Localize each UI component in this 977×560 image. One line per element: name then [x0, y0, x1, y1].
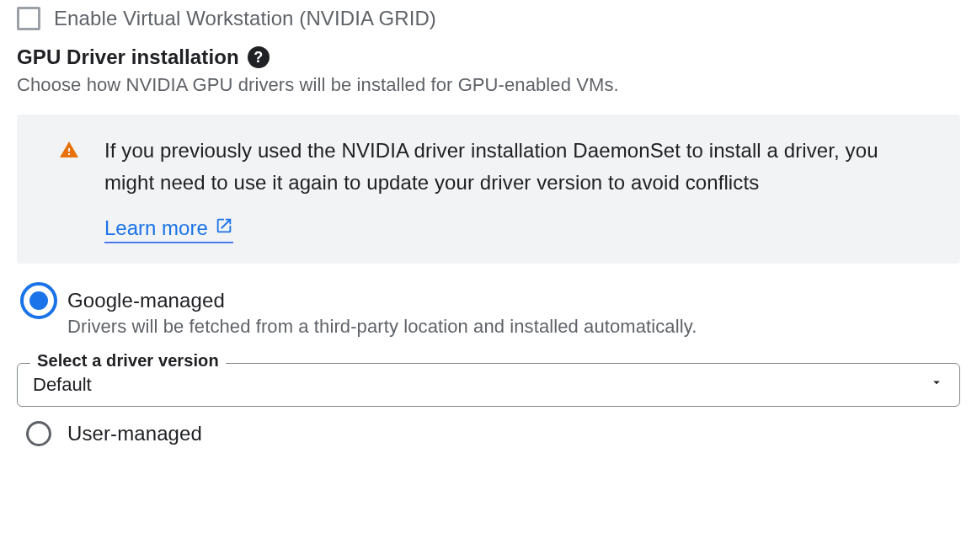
chevron-down-icon — [929, 375, 944, 394]
help-icon[interactable]: ? — [248, 46, 270, 68]
enable-virtual-workstation-label: Enable Virtual Workstation (NVIDIA GRID) — [54, 7, 436, 30]
warning-text: If you previously used the NVIDIA driver… — [104, 135, 920, 200]
radio-google-managed-label: Google-managed — [67, 289, 960, 312]
radio-user-managed-content: User-managed — [67, 422, 960, 449]
radio-user-managed[interactable] — [20, 415, 57, 452]
radio-google-managed[interactable] — [20, 282, 57, 319]
section-title: GPU Driver installation — [17, 45, 239, 69]
warning-content: If you previously used the NVIDIA driver… — [104, 135, 937, 243]
driver-version-select-label: Select a driver version — [30, 351, 226, 371]
radio-google-managed-description: Drivers will be fetched from a third-par… — [67, 316, 960, 338]
warning-icon-wrap — [40, 135, 79, 243]
radio-user-managed-label: User-managed — [67, 422, 960, 445]
radio-google-managed-content: Google-managed Drivers will be fetched f… — [67, 289, 960, 338]
radio-user-managed-row: User-managed — [17, 422, 960, 452]
section-title-row: GPU Driver installation ? — [17, 45, 960, 69]
warning-box: If you previously used the NVIDIA driver… — [17, 115, 960, 264]
enable-virtual-workstation-row: Enable Virtual Workstation (NVIDIA GRID) — [17, 7, 960, 30]
learn-more-link[interactable]: Learn more — [104, 216, 233, 243]
learn-more-text: Learn more — [104, 216, 208, 240]
driver-version-select-wrap: Select a driver version Default — [17, 363, 960, 407]
driver-version-select-value: Default — [33, 374, 92, 396]
radio-google-managed-row: Google-managed Drivers will be fetched f… — [17, 289, 960, 338]
enable-virtual-workstation-checkbox[interactable] — [17, 7, 40, 30]
section-subtitle: Choose how NVIDIA GPU drivers will be in… — [17, 74, 960, 96]
warning-icon — [59, 147, 79, 163]
external-link-icon — [215, 216, 233, 240]
